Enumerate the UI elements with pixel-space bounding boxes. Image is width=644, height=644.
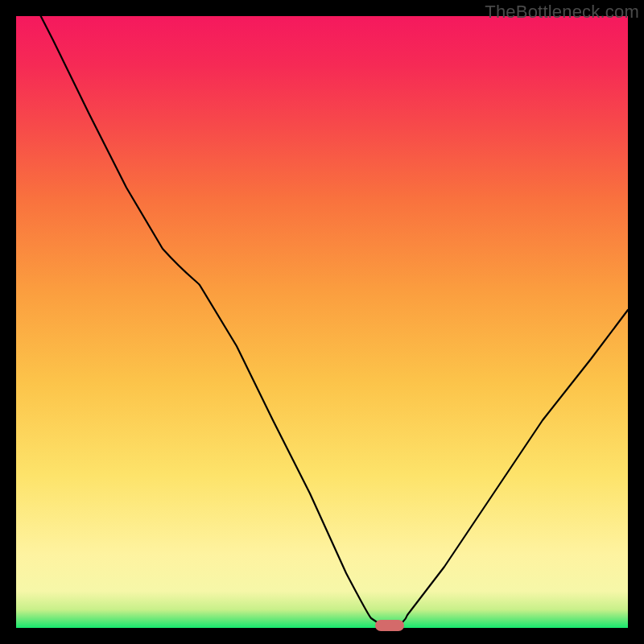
chart-frame: TheBottleneck.com (0, 0, 644, 644)
curve-path (16, 0, 628, 626)
bottleneck-curve (16, 16, 628, 628)
optimum-marker (375, 620, 404, 631)
